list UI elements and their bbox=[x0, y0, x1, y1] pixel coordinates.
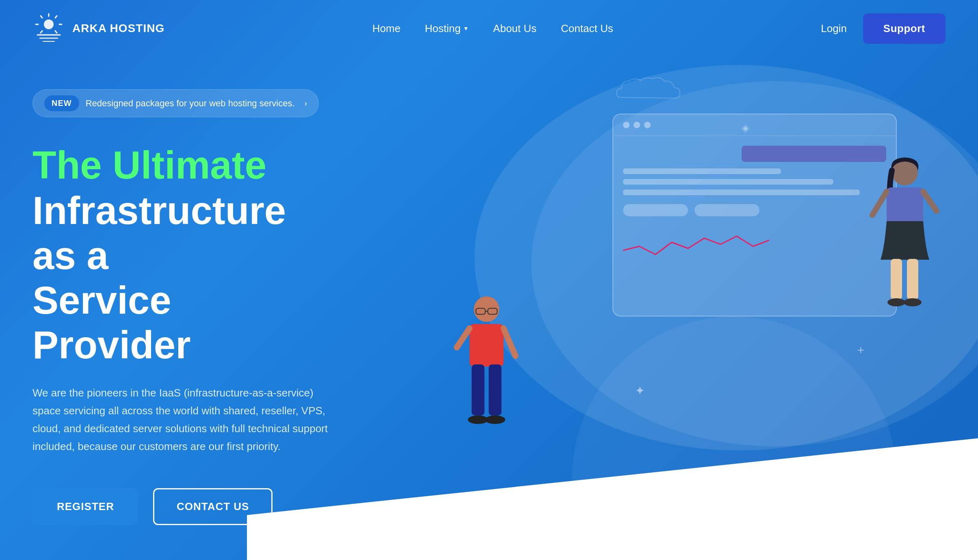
new-pill: NEW bbox=[44, 95, 79, 111]
nav-item-contact[interactable]: Contact Us bbox=[561, 22, 613, 35]
svg-rect-23 bbox=[887, 187, 923, 224]
browser-content bbox=[613, 136, 896, 274]
badge-text: Redesigned packages for your web hosting… bbox=[86, 98, 295, 109]
svg-rect-19 bbox=[489, 364, 501, 416]
svg-point-0 bbox=[44, 19, 54, 29]
svg-line-5 bbox=[41, 16, 42, 18]
svg-rect-15 bbox=[470, 324, 504, 367]
svg-line-25 bbox=[923, 192, 937, 211]
svg-line-7 bbox=[41, 31, 42, 33]
cloud-decoration bbox=[612, 73, 694, 107]
hero-section: ARKA HOSTING Home Hosting ▼ About Us Con… bbox=[0, 0, 978, 560]
figure-male bbox=[450, 292, 523, 471]
svg-point-28 bbox=[887, 298, 905, 306]
svg-point-29 bbox=[904, 298, 922, 306]
svg-point-21 bbox=[485, 416, 505, 424]
hero-description: We are the pioneers in the IaaS (infrast… bbox=[32, 384, 333, 456]
svg-line-4 bbox=[55, 31, 57, 33]
badge-row: NEW Redesigned packages for your web hos… bbox=[32, 89, 333, 117]
register-button[interactable]: REGISTER bbox=[32, 488, 138, 525]
nav-link-contact[interactable]: Contact Us bbox=[561, 22, 613, 35]
browser-line-2 bbox=[623, 179, 833, 185]
svg-line-17 bbox=[504, 328, 515, 356]
navbar-actions: Login Support bbox=[821, 13, 946, 44]
svg-line-24 bbox=[872, 192, 887, 215]
nav-link-hosting[interactable]: Hosting ▼ bbox=[425, 22, 469, 35]
brand-logo[interactable]: ARKA HOSTING bbox=[32, 12, 164, 45]
contact-us-button[interactable]: CONTACT US bbox=[153, 488, 273, 525]
nav-item-hosting[interactable]: Hosting ▼ bbox=[425, 22, 469, 35]
hero-illustration: ✦ + ✦ bbox=[409, 32, 978, 519]
sparkle-icon-3: ✦ bbox=[635, 383, 645, 398]
hosting-dropdown-arrow: ▼ bbox=[463, 25, 469, 32]
title-green: The Ultimate bbox=[32, 142, 333, 188]
browser-dot-3 bbox=[644, 122, 651, 128]
svg-rect-26 bbox=[891, 259, 902, 299]
logo-icon bbox=[32, 12, 65, 45]
browser-line-3 bbox=[623, 190, 860, 195]
nav-links: Home Hosting ▼ About Us Contact Us bbox=[372, 22, 613, 35]
svg-line-16 bbox=[457, 328, 470, 347]
nav-item-about[interactable]: About Us bbox=[493, 22, 537, 35]
browser-bar bbox=[613, 114, 896, 136]
chart-squiggle bbox=[623, 226, 886, 264]
svg-rect-27 bbox=[907, 259, 918, 299]
browser-mockup bbox=[612, 114, 897, 317]
brand-name: ARKA HOSTING bbox=[72, 22, 164, 35]
navbar: ARKA HOSTING Home Hosting ▼ About Us Con… bbox=[0, 0, 978, 57]
title-white-line1: Infrastructure as a bbox=[32, 188, 333, 278]
svg-point-11 bbox=[474, 296, 500, 322]
browser-pill-2 bbox=[695, 204, 759, 216]
browser-pill-1 bbox=[623, 204, 688, 216]
login-link[interactable]: Login bbox=[821, 22, 847, 35]
hero-buttons: REGISTER CONTACT US bbox=[32, 488, 333, 525]
nav-link-about[interactable]: About Us bbox=[493, 22, 537, 35]
browser-line-1 bbox=[623, 168, 781, 174]
support-button[interactable]: Support bbox=[863, 13, 946, 44]
figure-female bbox=[864, 154, 946, 357]
hero-content: NEW Redesigned packages for your web hos… bbox=[0, 57, 366, 525]
title-white-line2: Service Provider bbox=[32, 278, 333, 368]
browser-dot-1 bbox=[623, 122, 630, 128]
svg-rect-18 bbox=[472, 364, 484, 416]
new-badge[interactable]: NEW Redesigned packages for your web hos… bbox=[32, 89, 319, 117]
badge-arrow-icon: › bbox=[305, 99, 307, 108]
hero-title: The Ultimate Infrastructure as a Service… bbox=[32, 142, 333, 368]
nav-item-home[interactable]: Home bbox=[372, 22, 400, 35]
nav-link-home[interactable]: Home bbox=[372, 22, 400, 35]
svg-line-2 bbox=[55, 16, 57, 18]
browser-dot-2 bbox=[634, 122, 640, 128]
sparkle-icon-2: + bbox=[857, 343, 864, 357]
